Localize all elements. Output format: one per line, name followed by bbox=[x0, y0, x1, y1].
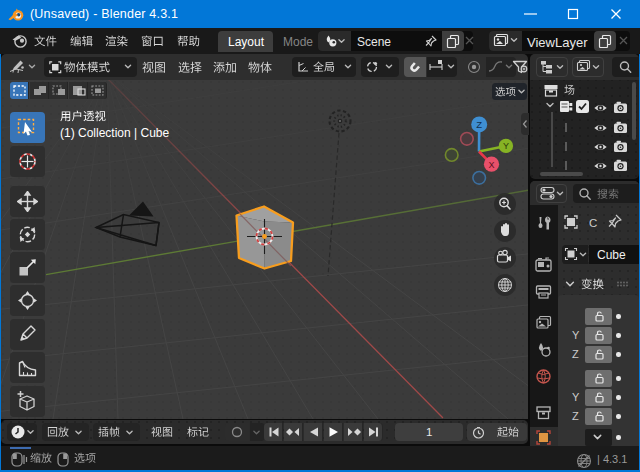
svg-text:Y: Y bbox=[503, 141, 509, 151]
svg-text:Z: Z bbox=[476, 119, 482, 130]
svg-text:X: X bbox=[488, 160, 494, 170]
